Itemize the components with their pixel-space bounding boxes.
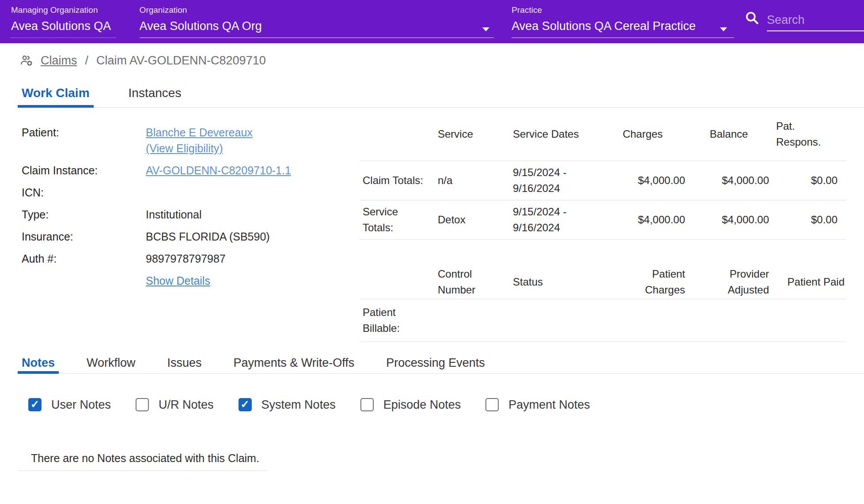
breadcrumb-current: Claim AV-GOLDENN-C8209710: [96, 54, 266, 68]
managing-organization-label: Managing Organization: [11, 5, 116, 15]
filter-system-notes[interactable]: ✓ System Notes: [239, 397, 336, 412]
claim-tab-bar: Work Claim Instances: [18, 75, 864, 108]
table-row-patient-billable: Patient Billable:: [360, 299, 846, 342]
checkmark-icon: ✓: [30, 399, 39, 410]
claim-totals-pat-respons: $0.00: [771, 161, 846, 200]
active-tab-indicator: [18, 105, 94, 108]
tab-processing-events[interactable]: Processing Events: [382, 352, 489, 373]
show-details-link[interactable]: Show Details: [146, 275, 210, 287]
notes-empty-message: There are no Notes associated with this …: [31, 450, 864, 466]
patient-billable-label: Patient Billable:: [360, 299, 431, 342]
col-header-provider-adjusted: Provider Adjusted: [687, 266, 771, 299]
breadcrumb-claims-link[interactable]: Claims: [41, 54, 77, 68]
patient-billable-provider-adjusted: [687, 299, 771, 342]
patient-label: Patient:: [22, 124, 146, 156]
tab-issues-label: Issues: [167, 356, 202, 369]
search-input[interactable]: [767, 13, 864, 31]
tab-payments-write-offs-label: Payments & Write-Offs: [234, 356, 355, 369]
auth-number-value: 9897978797987: [146, 251, 226, 267]
patient-billable-paid: [771, 299, 846, 342]
table-row-service-totals: Service Totals: Detox 9/15/2024 - 9/16/2…: [360, 200, 846, 240]
totals-header-row: Service Service Dates Charges Balance Pa…: [360, 108, 846, 161]
organization-label: Organization: [140, 5, 494, 15]
tab-instances[interactable]: Instances: [125, 79, 186, 107]
tab-notes[interactable]: Notes: [18, 352, 59, 373]
filter-ur-notes[interactable]: ✓ U/R Notes: [136, 397, 214, 412]
filter-episode-notes[interactable]: ✓ Episode Notes: [360, 397, 461, 412]
payment-notes-checkbox[interactable]: ✓: [485, 398, 499, 411]
system-notes-checkbox[interactable]: ✓: [239, 398, 252, 411]
filter-payment-notes[interactable]: ✓ Payment Notes: [485, 397, 590, 412]
col-header-status: Status: [506, 266, 599, 299]
claim-totals-service: n/a: [431, 161, 506, 200]
search-icon[interactable]: [744, 10, 760, 26]
system-notes-label: System Notes: [261, 397, 336, 412]
claim-totals-charges: $4,000.00: [599, 161, 687, 200]
organization-select[interactable]: Organization Avea Solutions QA Org: [140, 4, 494, 38]
service-totals-label: Service Totals:: [360, 200, 431, 240]
tab-workflow-label: Workflow: [87, 356, 136, 369]
checkmark-icon: ✓: [241, 399, 250, 410]
tab-workflow[interactable]: Workflow: [83, 352, 140, 373]
col-header-patient-paid: Patient Paid: [771, 266, 846, 299]
breadcrumb: Claims / Claim AV-GOLDENN-C8209710: [19, 53, 864, 68]
icn-label: ICN:: [22, 184, 146, 200]
tab-work-claim-label: Work Claim: [22, 86, 90, 100]
note-filters: ✓ User Notes ✓ U/R Notes ✓ System Notes …: [28, 397, 864, 412]
patient-billable-status: [506, 299, 599, 342]
org-selector-bar: Managing Organization Avea Solutions QA …: [0, 0, 864, 43]
col-header-service-dates: Service Dates: [506, 108, 599, 161]
col-header-control-number: Control Number: [431, 266, 506, 299]
patient-name-link[interactable]: Blanche E Devereaux: [146, 126, 253, 139]
managing-organization-value: Avea Solutions QA: [11, 19, 116, 33]
episode-notes-label: Episode Notes: [383, 397, 461, 412]
tab-instances-label: Instances: [129, 86, 182, 100]
section-divider: [18, 470, 267, 471]
user-notes-label: User Notes: [51, 397, 111, 412]
practice-label: Practice: [512, 5, 734, 15]
col-header-pat-respons: Pat. Respons.: [771, 108, 846, 161]
service-totals-dates: 9/15/2024 - 9/16/2024: [506, 200, 599, 240]
col-header-patient-charges: Patient Charges: [599, 266, 687, 299]
claim-instance-label: Claim Instance:: [22, 162, 146, 178]
col-header-balance: Balance: [687, 108, 771, 161]
organization-value: Avea Solutions QA Org: [140, 19, 494, 33]
detail-row-type: Type: Institutional: [22, 207, 360, 222]
search-area: [744, 0, 864, 31]
detail-row-claim-instance: Claim Instance: AV-GOLDENN-C8209710-1.1: [22, 162, 360, 178]
claim-totals-dates: 9/15/2024 - 9/16/2024: [506, 161, 599, 200]
ur-notes-label: U/R Notes: [159, 397, 214, 412]
service-totals-charges: $4,000.00: [599, 200, 687, 240]
patient-billable-table: Control Number Status Patient Charges Pr…: [360, 266, 846, 342]
detail-row-insurance: Insurance: BCBS FLORIDA (SB590): [22, 229, 360, 244]
service-totals-pat-respons: $0.00: [771, 200, 846, 240]
insurance-value: BCBS FLORIDA (SB590): [146, 229, 270, 244]
group-add-icon: [19, 54, 34, 67]
service-totals-service: Detox: [431, 200, 506, 240]
practice-value: Avea Solutions QA Cereal Practice: [512, 19, 734, 33]
type-value: Institutional: [146, 207, 201, 222]
col-header-service: Service: [431, 108, 506, 161]
tab-notes-label: Notes: [22, 356, 55, 369]
col-header-charges: Charges: [599, 108, 687, 161]
detail-row-patient: Patient: Blanche E Devereaux (View Eligi…: [22, 124, 360, 156]
filter-user-notes[interactable]: ✓ User Notes: [28, 397, 111, 412]
tab-work-claim[interactable]: Work Claim: [18, 79, 94, 107]
tab-issues[interactable]: Issues: [163, 352, 206, 373]
user-notes-checkbox[interactable]: ✓: [28, 398, 42, 411]
claim-details-panel: Patient: Blanche E Devereaux (View Eligi…: [0, 108, 360, 295]
claim-summary-section: Patient: Blanche E Devereaux (View Eligi…: [0, 108, 864, 342]
claim-instance-link[interactable]: AV-GOLDENN-C8209710-1.1: [146, 164, 291, 177]
active-tab-indicator: [18, 371, 59, 374]
auth-number-label: Auth #:: [22, 251, 146, 267]
view-eligibility-link[interactable]: (View Eligibility): [146, 142, 223, 154]
tab-payments-write-offs[interactable]: Payments & Write-Offs: [230, 352, 359, 373]
billable-header-row: Control Number Status Patient Charges Pr…: [360, 266, 846, 299]
claim-totals-label: Claim Totals:: [360, 161, 431, 200]
payment-notes-label: Payment Notes: [508, 397, 590, 412]
service-totals-balance: $4,000.00: [687, 200, 771, 240]
practice-select[interactable]: Practice Avea Solutions QA Cereal Practi…: [512, 4, 734, 38]
ur-notes-checkbox[interactable]: ✓: [136, 398, 149, 411]
episode-notes-checkbox[interactable]: ✓: [360, 398, 374, 411]
patient-billable-control-number: [431, 299, 506, 342]
